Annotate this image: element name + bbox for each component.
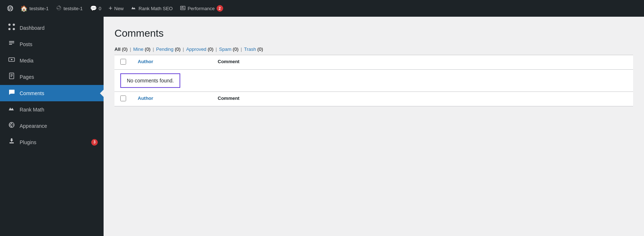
sidebar-pages-label: Pages [20,74,98,80]
rankmath-icon [131,5,137,12]
th-checkbox [114,55,132,70]
filter-bar: All (0) | Mine (0) | Pending (0) | Appro… [114,46,633,52]
plus-icon: + [109,5,113,12]
filter-pending[interactable]: Pending [156,46,174,52]
sidebar-appearance-label: Appearance [20,123,98,129]
page-title: Comments [114,28,633,39]
sidebar-item-comments[interactable]: Comments [0,85,104,101]
sidebar-item-appearance[interactable]: Appearance [0,118,104,134]
sidebar-item-pages[interactable]: Pages [0,69,104,85]
comments-table: Author Comment No comments found. [114,55,633,106]
media-icon [7,56,16,65]
th-author: Author [132,55,212,70]
comment-footer-label: Comment [218,95,240,101]
performance-label: Performance [188,6,214,11]
main-layout: Dashboard Posts Media Pages [0,17,644,236]
no-comments-message: No comments found. [120,73,180,88]
sidebar-item-dashboard[interactable]: Dashboard [0,20,104,36]
wp-logo-button[interactable] [4,3,16,14]
performance-badge: 2 [217,5,223,12]
dashboard-icon [7,23,16,32]
svg-rect-10 [9,73,14,79]
tfoot-author: Author [132,92,212,106]
sidebar-dashboard-label: Dashboard [20,25,98,31]
tfoot-comment: Comment [212,92,633,106]
table-footer-row: Author Comment [114,92,633,106]
site-link[interactable]: 🏠 testsite-1 [17,0,52,17]
sidebar-comments-label: Comments [20,90,98,96]
comments-sidebar-icon [7,89,16,98]
svg-rect-3 [184,8,185,9]
filter-trash[interactable]: Trash [244,46,256,52]
svg-point-4 [8,24,11,26]
posts-icon [7,40,16,49]
new-content-button[interactable]: + New [106,0,127,17]
author-footer-link[interactable]: Author [138,95,153,101]
table-header-row: Author Comment [114,55,633,70]
select-all-checkbox[interactable] [120,59,126,65]
comment-column-label: Comment [218,59,240,64]
plugins-icon [7,138,16,147]
svg-rect-19 [9,142,14,143]
filter-mine[interactable]: Mine [133,46,144,52]
sidebar-posts-label: Posts [20,41,98,47]
tfoot-checkbox [114,92,132,106]
no-comments-cell: No comments found. [114,70,633,92]
appearance-icon [7,121,16,130]
filter-approved[interactable]: Approved [186,46,206,52]
svg-point-15 [11,123,12,124]
sidebar-item-rankmath[interactable]: Rank Math [0,101,104,118]
performance-link[interactable]: Performance 2 [177,0,226,17]
updates-count: testsite-1 [64,6,83,11]
svg-point-6 [8,28,11,30]
svg-rect-2 [182,7,183,9]
sidebar-plugins-label: Plugins [20,139,88,145]
refresh-icon [56,5,62,12]
no-comments-row: No comments found. [114,70,633,92]
svg-rect-1 [181,7,182,9]
svg-point-7 [13,28,15,30]
th-comment: Comment [212,55,633,70]
svg-point-18 [13,125,14,126]
svg-point-16 [11,126,12,127]
sidebar-item-plugins[interactable]: Plugins 3 [0,134,104,150]
sidebar: Dashboard Posts Media Pages [0,17,104,236]
sidebar-media-label: Media [20,58,98,64]
sidebar-item-media[interactable]: Media [0,52,104,69]
home-icon: 🏠 [20,5,28,12]
comments-link[interactable]: 💬 0 [87,0,104,17]
rankmath-label: Rank Math SEO [138,6,173,11]
comments-count: 0 [99,6,101,11]
main-content: Comments All (0) | Mine (0) | Pending (0… [104,17,644,236]
performance-icon [180,5,186,12]
sidebar-item-posts[interactable]: Posts [0,36,104,52]
author-column-link[interactable]: Author [138,59,153,64]
sidebar-rankmath-label: Rank Math [20,107,98,113]
updates-link[interactable]: testsite-1 [53,0,86,17]
pages-icon [7,72,16,81]
rankmath-seo-link[interactable]: Rank Math SEO [128,0,176,17]
svg-point-5 [13,24,15,26]
new-label: New [114,6,124,11]
filter-spam[interactable]: Spam [219,46,232,52]
comment-icon: 💬 [90,5,97,12]
svg-marker-9 [11,59,13,60]
admin-bar: 🏠 testsite-1 testsite-1 💬 0 + New Rank M… [0,0,644,17]
select-all-footer-checkbox[interactable] [120,95,126,101]
filter-all[interactable]: All [114,46,121,52]
rankmath-sidebar-icon [7,105,16,114]
svg-point-17 [10,125,11,126]
site-name: testsite-1 [29,6,49,11]
plugins-badge: 3 [91,139,98,146]
